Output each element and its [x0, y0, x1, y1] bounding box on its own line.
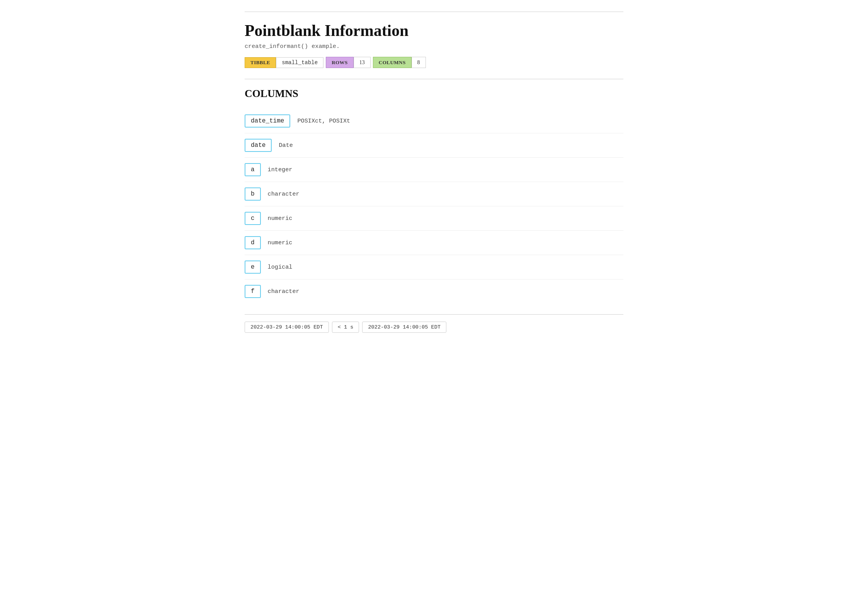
- col-name-badge: c: [245, 212, 261, 225]
- columns-label: COLUMNS: [373, 57, 412, 68]
- column-row: bcharacter: [245, 182, 623, 206]
- col-type: numeric: [268, 239, 293, 246]
- badges-row: TIBBLE small_table ROWS 13 COLUMNS 8: [245, 57, 623, 68]
- col-name-badge: date_time: [245, 114, 290, 128]
- column-row: elogical: [245, 255, 623, 279]
- column-row: cnumeric: [245, 206, 623, 231]
- columns-badge-group: COLUMNS 8: [373, 57, 426, 68]
- footer-row: 2022-03-29 14:00:05 EDT < 1 s 2022-03-29…: [245, 314, 623, 333]
- col-type: numeric: [268, 215, 293, 222]
- col-type: POSIXct, POSIXt: [297, 117, 350, 124]
- col-type: Date: [279, 142, 293, 149]
- subtitle-code: create_informant(): [245, 43, 308, 50]
- rows-badge-group: ROWS 13: [326, 57, 371, 68]
- subtitle-text: example.: [308, 43, 340, 50]
- top-divider: [245, 12, 623, 12]
- col-type: integer: [268, 166, 293, 173]
- col-name-badge: date: [245, 139, 272, 152]
- section-divider: [245, 79, 623, 79]
- tibble-badge-group: TIBBLE small_table: [245, 57, 323, 68]
- col-type: logical: [268, 264, 293, 271]
- col-type: character: [268, 191, 300, 198]
- col-name-badge: a: [245, 163, 261, 176]
- col-type: character: [268, 288, 300, 295]
- columns-list: date_timePOSIXct, POSIXtdateDateainteger…: [245, 109, 623, 303]
- column-row: date_timePOSIXct, POSIXt: [245, 109, 623, 133]
- page-container: Pointblank Information create_informant(…: [221, 0, 647, 348]
- column-row: dnumeric: [245, 231, 623, 255]
- col-name-badge: d: [245, 236, 261, 249]
- col-name-badge: f: [245, 285, 261, 298]
- subtitle: create_informant() example.: [245, 43, 623, 50]
- col-name-badge: b: [245, 187, 261, 201]
- tibble-label: TIBBLE: [245, 57, 276, 68]
- col-name-badge: e: [245, 261, 261, 274]
- page-title: Pointblank Information: [245, 21, 623, 40]
- footer-end-time: 2022-03-29 14:00:05 EDT: [362, 322, 446, 333]
- columns-value: 8: [412, 57, 426, 68]
- rows-value: 13: [354, 57, 371, 68]
- column-row: fcharacter: [245, 279, 623, 303]
- column-row: dateDate: [245, 133, 623, 158]
- footer-duration: < 1 s: [332, 322, 359, 333]
- columns-heading: COLUMNS: [245, 88, 623, 100]
- column-row: ainteger: [245, 158, 623, 182]
- footer-start-time: 2022-03-29 14:00:05 EDT: [245, 322, 329, 333]
- rows-label: ROWS: [326, 57, 354, 68]
- tibble-value: small_table: [276, 57, 323, 68]
